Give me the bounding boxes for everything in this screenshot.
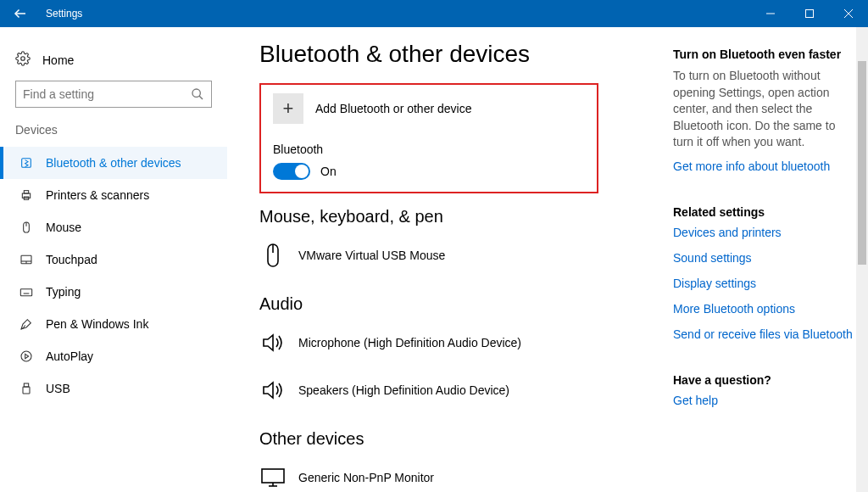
svg-point-23 [21, 351, 31, 361]
keyboard-icon [19, 284, 34, 299]
mouse-outline-icon [259, 242, 287, 269]
sidebar-item-touchpad[interactable]: Touchpad [0, 243, 227, 276]
related-link-sound[interactable]: Sound settings [673, 251, 854, 265]
section-title-audio: Audio [259, 294, 649, 314]
minimize-button[interactable] [751, 0, 790, 27]
related-link-btoptions[interactable]: More Bluetooth options [673, 302, 854, 316]
svg-rect-26 [23, 387, 30, 394]
bluetooth-state: On [320, 165, 337, 178]
sidebar-item-label: AutoPlay [46, 349, 93, 363]
mouse-icon [19, 220, 34, 235]
add-device-label: Add Bluetooth or other device [315, 102, 471, 115]
pen-icon [19, 316, 34, 332]
search-input-wrapper[interactable] [15, 81, 212, 108]
back-button[interactable] [0, 0, 41, 27]
speaker-icon [259, 329, 287, 356]
speaker-icon [259, 377, 287, 404]
sidebar-item-label: Typing [46, 285, 81, 299]
sidebar-item-label: Mouse [46, 221, 81, 234]
sidebar-item-label: Pen & Windows Ink [46, 317, 148, 331]
titlebar: Settings [0, 0, 868, 27]
printer-icon [19, 187, 34, 203]
sidebar-item-usb[interactable]: USB [0, 372, 227, 405]
search-input[interactable] [16, 87, 211, 101]
device-name: Microphone (High Definition Audio Device… [298, 336, 521, 349]
svg-line-7 [199, 96, 203, 99]
section-title-mouse: Mouse, keyboard, & pen [259, 207, 649, 226]
get-help-link[interactable]: Get help [673, 394, 854, 407]
device-name: VMware Virtual USB Mouse [298, 249, 445, 262]
related-title: Related settings [673, 205, 854, 219]
maximize-button[interactable] [790, 0, 829, 27]
scrollbar-track[interactable] [856, 27, 868, 492]
device-row[interactable]: Microphone (High Definition Audio Device… [259, 322, 649, 370]
sidebar-item-label: Bluetooth & other devices [46, 156, 181, 170]
touchpad-icon [19, 252, 34, 267]
home-button[interactable]: Home [0, 46, 227, 81]
monitor-icon [259, 464, 287, 491]
highlight-box: + Add Bluetooth or other device Bluetoot… [259, 83, 598, 193]
sidebar-item-label: Printers & scanners [46, 188, 149, 202]
sidebar-item-pen[interactable]: Pen & Windows Ink [0, 308, 227, 340]
sidebar-item-label: Touchpad [46, 253, 97, 266]
device-row[interactable]: Generic Non-PnP Monitor [259, 457, 649, 492]
scrollbar-thumb[interactable] [858, 61, 866, 265]
plus-icon: + [273, 93, 303, 124]
close-button[interactable] [829, 0, 868, 27]
related-link-display[interactable]: Display settings [673, 277, 854, 290]
tip-body: To turn on Bluetooth without opening Set… [673, 68, 854, 151]
main-content: Bluetooth & other devices + Add Bluetoot… [227, 27, 673, 492]
svg-rect-2 [806, 10, 814, 18]
device-row[interactable]: Speakers (High Definition Audio Device) [259, 370, 649, 417]
add-device-row[interactable]: + Add Bluetooth or other device [273, 93, 585, 124]
bluetooth-toggle[interactable] [273, 163, 310, 180]
usb-icon [19, 381, 34, 396]
device-name: Generic Non-PnP Monitor [298, 471, 434, 484]
question-title: Have a question? [673, 373, 854, 387]
bluetooth-heading: Bluetooth [273, 143, 585, 156]
sidebar-item-printers[interactable]: Printers & scanners [0, 179, 227, 211]
device-name: Speakers (High Definition Audio Device) [298, 383, 509, 397]
home-label: Home [42, 53, 74, 67]
sidebar-item-autoplay[interactable]: AutoPlay [0, 340, 227, 372]
autoplay-icon [19, 349, 34, 364]
sidebar: Home Devices Bluetooth & other devices P… [0, 27, 227, 492]
section-title-other: Other devices [259, 429, 649, 449]
sidebar-item-bluetooth[interactable]: Bluetooth & other devices [0, 147, 227, 179]
svg-marker-30 [264, 383, 273, 398]
svg-marker-24 [25, 354, 29, 358]
device-row[interactable]: VMware Virtual USB Mouse [259, 235, 649, 282]
tip-title: Turn on Bluetooth even faster [673, 48, 854, 61]
aside-panel: Turn on Bluetooth even faster To turn on… [673, 27, 868, 492]
related-link-devices[interactable]: Devices and printers [673, 226, 854, 239]
window-title: Settings [41, 8, 82, 20]
svg-point-5 [21, 57, 25, 61]
svg-rect-17 [20, 289, 31, 296]
sidebar-item-mouse[interactable]: Mouse [0, 211, 227, 243]
svg-rect-25 [24, 383, 28, 387]
bluetooth-icon [19, 155, 34, 171]
tip-link[interactable]: Get more info about bluetooth [673, 159, 854, 173]
search-icon [191, 87, 204, 103]
svg-rect-31 [262, 469, 284, 483]
svg-rect-10 [24, 191, 28, 193]
gear-icon [15, 51, 31, 69]
sidebar-item-typing[interactable]: Typing [0, 276, 227, 308]
sidebar-item-label: USB [46, 382, 70, 395]
svg-marker-29 [264, 335, 273, 350]
svg-point-6 [192, 89, 200, 97]
related-link-sendfiles[interactable]: Send or receive files via Bluetooth [673, 327, 854, 341]
page-title: Bluetooth & other devices [259, 41, 649, 68]
sidebar-group-label: Devices [0, 123, 227, 147]
